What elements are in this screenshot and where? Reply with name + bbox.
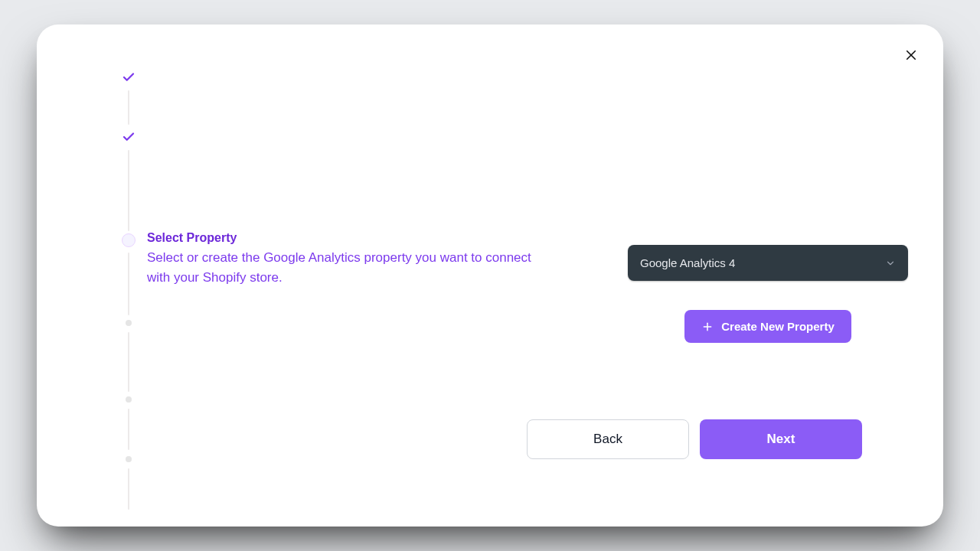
chevron-down-icon [885,258,896,269]
plus-icon [701,321,714,333]
step-connector [128,150,129,231]
step-node-1 [122,70,136,84]
step-connector [128,332,129,392]
back-button[interactable]: Back [527,419,689,459]
step-connector [128,90,129,125]
controls-pane: Google Analytics 4 Create New Property [628,245,908,343]
step-title: Select Property [147,231,537,245]
next-button[interactable]: Next [700,419,862,459]
property-select[interactable]: Google Analytics 4 [628,245,908,281]
active-step-content: Select Property Select or create the Goo… [147,231,537,289]
step-connector [128,409,129,450]
step-node-2 [122,130,136,144]
step-connector [128,468,129,510]
close-button[interactable] [902,46,920,64]
step-description: Select or create the Google Analytics pr… [147,248,537,289]
check-icon [122,70,136,84]
step-node-6 [126,456,132,462]
onboarding-dialog: Select Property Select or create the Goo… [37,24,943,527]
check-icon [122,130,136,144]
step-node-3-current [126,237,132,243]
step-node-4 [126,320,132,326]
back-button-label: Back [593,432,622,447]
stepper-timeline [117,70,140,488]
step-connector [128,253,129,315]
property-select-value: Google Analytics 4 [640,256,735,269]
create-property-button[interactable]: Create New Property [684,310,851,343]
dialog-footer: Back Next [527,419,862,459]
create-property-label: Create New Property [721,320,835,333]
step-node-5 [126,396,132,403]
close-icon [904,48,918,62]
next-button-label: Next [767,432,795,447]
